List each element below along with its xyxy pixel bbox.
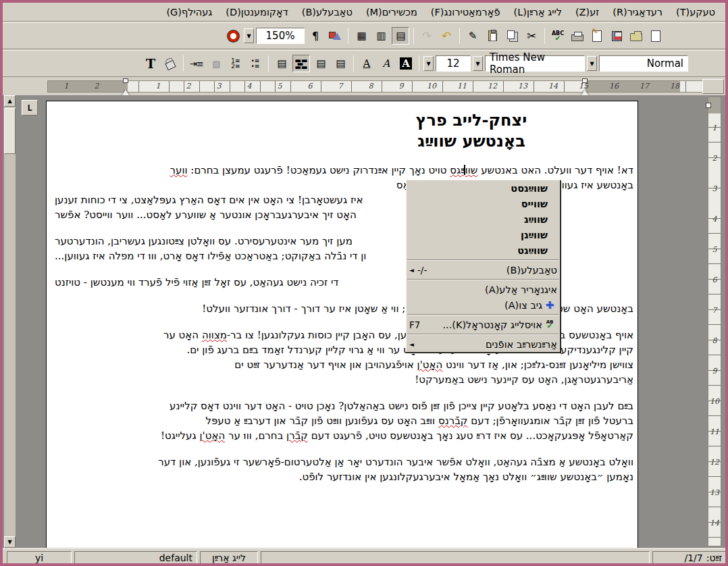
columns-layout-button[interactable]: ▥: [372, 27, 390, 45]
paragraph-style-field[interactable]: Normal: [599, 55, 688, 72]
font-size-field[interactable]: 12: [436, 55, 471, 72]
page-style-field[interactable]: default: [74, 551, 197, 565]
align-right-button[interactable]: ▬▬ ▬▬▬: [292, 55, 310, 72]
page-number-field[interactable]: זײַט: /1/7: [652, 551, 727, 565]
doc-line: ברעטל פֿון זײַן קבֿר אומגעוואָרפֿן; דעם …: [55, 413, 633, 428]
font-size-dropdown-arrow[interactable]: ▼: [423, 56, 434, 71]
suggestion-label: שווײַגט: [409, 245, 557, 256]
menu-file[interactable]: טעקע(T): [670, 5, 721, 20]
copy-icon: [507, 30, 515, 39]
toolbar-separator: [183, 55, 184, 72]
copy-button[interactable]: [503, 27, 521, 45]
undo-icon: ↶: [442, 29, 451, 43]
menu-insert[interactable]: לייג אַרײַן(L): [508, 5, 568, 20]
align-center-icon: ▤: [316, 57, 325, 70]
paragraph-style-dropdown-arrow[interactable]: ▼: [587, 56, 597, 71]
navigator-button[interactable]: [224, 27, 242, 45]
menu-separator: [407, 279, 559, 280]
bullets-button[interactable]: •≡•≡: [246, 55, 264, 72]
menu-item-label: גיב צו(A): [409, 300, 542, 311]
pen-button[interactable]: ✎: [464, 27, 482, 45]
language-field[interactable]: yi: [7, 551, 72, 565]
add-item[interactable]: ✚גיב צו(A): [407, 297, 560, 313]
new-document-button[interactable]: [647, 27, 665, 45]
scroll-up-button[interactable]: ▲: [4, 95, 16, 107]
menu-table[interactable]: טאַבעלע(B): [296, 5, 359, 20]
text-run: בחרם, וווּ ער: [225, 430, 286, 442]
language-value: yi: [35, 552, 43, 563]
scrollbar-thumb[interactable]: [4, 108, 16, 154]
formatting-marks-button[interactable]: ¶: [307, 27, 324, 45]
ruler-number: 17: [640, 82, 649, 91]
title-line: יצחק-לייב פרץ: [309, 109, 633, 130]
menu-window[interactable]: דאָקומענטן(D): [219, 5, 294, 20]
open-button[interactable]: [627, 27, 645, 45]
indent-marker-left-top[interactable]: [123, 78, 128, 83]
pen-icon: ✎: [469, 30, 477, 42]
underline-button[interactable]: A: [358, 55, 375, 72]
autocorrect-item[interactable]: אַרײַנשרײַב אופֿנים◄: [407, 336, 560, 352]
paragraph: בײַם לעבן האָט די נאַסע בלאָטע קיין צייכ…: [55, 398, 633, 443]
vertical-ruler[interactable]: 123456789101112131415: [708, 97, 721, 546]
text-run: די זכיה נישט געהאַט, עס זאָל זײַן אַזוי …: [55, 276, 339, 288]
suggestion-item[interactable]: שווײַגן: [407, 227, 560, 242]
menu-view[interactable]: זע(Z): [569, 5, 605, 20]
indent-marker-right-top[interactable]: [582, 78, 588, 83]
tab-stop-selector-button[interactable]: L: [22, 100, 38, 115]
draw-functions-button[interactable]: [326, 27, 344, 45]
font-name-field[interactable]: Times New Roman: [485, 55, 585, 72]
save-button[interactable]: [608, 27, 625, 45]
numbering-button[interactable]: 1≡2≡: [227, 55, 244, 72]
ruler-corner-button[interactable]: [702, 79, 724, 94]
menu-help[interactable]: געהילף(G): [160, 5, 218, 20]
scroll-down-button[interactable]: ▼: [4, 536, 16, 548]
top-margin-handle[interactable]: [706, 103, 711, 108]
justify-button[interactable]: ▤: [273, 55, 290, 72]
spellcheck-context-menu: שווײַגסטשווייסשווײַגשווײַגןשווײַגטטאַבעל…: [406, 180, 561, 353]
spellcheck-item[interactable]: AB✔אויסלייג קאָנטראָל(K)...F7: [407, 317, 560, 332]
redo-button[interactable]: ↷: [418, 27, 436, 45]
indent-increase-button[interactable]: ▨: [207, 55, 225, 72]
indent-decrease-button[interactable]: ⇥≡: [188, 55, 205, 72]
font-name-dropdown-arrow[interactable]: ▼: [473, 56, 483, 71]
suggestion-item[interactable]: שווײַגסט: [407, 180, 560, 196]
text-run: ון די נבֿלה באַקוקט; באַטראַכט אַפֿילו ד…: [55, 250, 366, 262]
language-value: -/-: [417, 265, 427, 276]
highlighting-button[interactable]: [161, 55, 179, 72]
vertical-scrollbar[interactable]: ▲ ▼: [4, 95, 16, 548]
ruler-number: 4: [708, 215, 721, 224]
menu-tools[interactable]: מכשירים(M): [360, 5, 423, 20]
ignore-all-item[interactable]: איגנאָריר אַלע(A): [407, 282, 560, 297]
menu-format[interactable]: פֿאָרמאַטירונג(F): [425, 5, 506, 20]
horizontal-ruler[interactable]: 21123456789101112131415161718: [47, 80, 705, 93]
suggestion-item[interactable]: שווייס: [407, 196, 560, 211]
spellcheck-button[interactable]: ABC✔: [549, 27, 567, 45]
cut-button[interactable]: ✂: [523, 27, 540, 45]
plus-icon: ✚: [542, 299, 557, 311]
menu-edit[interactable]: רעדאַגיר(R): [606, 5, 669, 20]
zoom-dropdown-arrow[interactable]: ▼: [244, 28, 254, 43]
print-button[interactable]: [569, 27, 586, 45]
font-color-button[interactable]: T: [142, 55, 159, 72]
italic-button[interactable]: A: [378, 55, 395, 72]
paste-button[interactable]: [484, 27, 501, 45]
zoom-field[interactable]: 150%: [256, 28, 305, 44]
undo-button[interactable]: ↶: [438, 27, 455, 45]
indent-decrease-icon: ⇥≡: [190, 59, 203, 69]
online-layout-button[interactable]: ▤: [392, 27, 409, 45]
text-run: טויט נאָך קיין אײַנדרוק נישט געמאַכט! פֿ…: [188, 164, 450, 176]
bold-button[interactable]: A: [397, 55, 415, 72]
suggestion-item[interactable]: שווײַגט: [407, 242, 560, 258]
suggestion-item[interactable]: שווײַג: [407, 211, 560, 227]
align-center-button[interactable]: ▤: [312, 55, 330, 72]
data-grid-button[interactable]: ▦: [353, 27, 370, 45]
ruler-number: 6: [308, 82, 313, 91]
ruler-number: 1: [156, 82, 161, 91]
font-color-icon: T: [146, 56, 155, 71]
edit-file-button[interactable]: ✎: [588, 27, 606, 45]
toolbar-separator: [353, 55, 354, 72]
insert-mode-value: לייג אַרײַן: [212, 552, 246, 563]
insert-mode-field[interactable]: לייג אַרײַן: [200, 551, 258, 565]
word-language-item[interactable]: טאַבעלע(B)-/-◄: [407, 262, 560, 278]
align-left-button[interactable]: ▤: [332, 55, 349, 72]
